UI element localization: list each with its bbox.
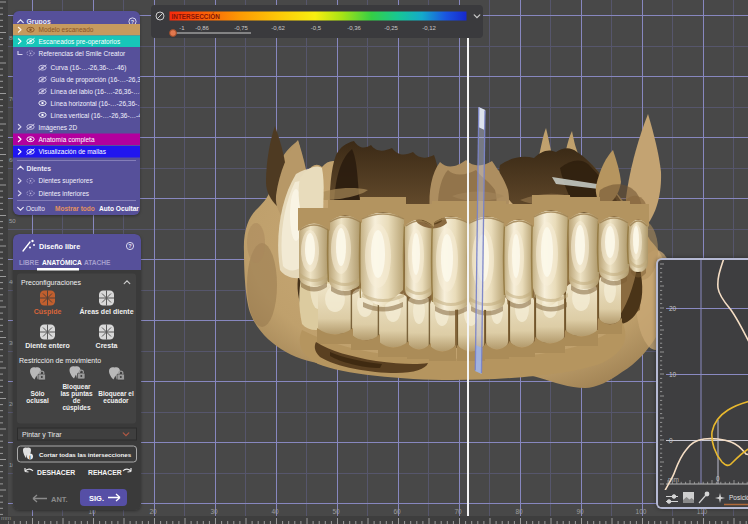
svg-text:-0,25: -0,25 xyxy=(384,25,398,31)
svg-text:Cresta: Cresta xyxy=(96,342,118,349)
svg-text:Escaneados pre-operatorios: Escaneados pre-operatorios xyxy=(39,38,121,46)
svg-text:Preconfiguraciones: Preconfiguraciones xyxy=(21,279,81,287)
svg-text:ANT.: ANT. xyxy=(51,495,68,504)
svg-text:Restricción de movimiento: Restricción de movimiento xyxy=(19,357,101,364)
svg-text:20: 20 xyxy=(669,305,677,312)
svg-text:-0,12: -0,12 xyxy=(422,25,436,31)
svg-text:70: 70 xyxy=(454,508,462,515)
svg-text:ATACHE: ATACHE xyxy=(84,259,111,266)
svg-text:30: 30 xyxy=(210,508,218,515)
svg-text:Auto Ocultar: Auto Ocultar xyxy=(99,205,139,212)
svg-text:Línea del labio (16-…-26,36-…-: Línea del labio (16-…-26,36-…-… xyxy=(51,88,141,96)
svg-text:Pintar y Tirar: Pintar y Tirar xyxy=(22,431,62,439)
svg-text:?: ? xyxy=(131,19,135,25)
svg-text:60: 60 xyxy=(393,508,401,515)
svg-text:-0,75: -0,75 xyxy=(234,25,248,31)
svg-text:110: 110 xyxy=(697,508,708,515)
svg-text:Curva (16-…-26,36-…-46): Curva (16-…-26,36-…-46) xyxy=(51,64,127,72)
svg-text:Áreas del diente: Áreas del diente xyxy=(79,307,133,315)
svg-text:ecuador: ecuador xyxy=(103,397,129,404)
svg-text:Línea vertical (16-…-26,36-…-4: Línea vertical (16-…-26,36-…-4… xyxy=(51,112,141,120)
svg-text:90: 90 xyxy=(576,508,584,515)
svg-text:Dientes superiores: Dientes superiores xyxy=(39,177,94,185)
svg-text:DESHACER: DESHACER xyxy=(37,469,75,476)
svg-text:mm: mm xyxy=(1,515,11,521)
svg-text:Cortar todas las interseccione: Cortar todas las intersecciones xyxy=(39,451,132,458)
svg-text:Sólo: Sólo xyxy=(30,390,44,397)
svg-text:Cúspide: Cúspide xyxy=(34,308,62,316)
svg-text:100: 100 xyxy=(636,508,647,515)
svg-text:Guía de proporción (16-…-26,3…: Guía de proporción (16-…-26,3… xyxy=(51,76,141,84)
svg-text:-0,5: -0,5 xyxy=(311,25,322,31)
svg-text:-0,62: -0,62 xyxy=(271,25,285,31)
svg-text:Imágenes 2D: Imágenes 2D xyxy=(39,124,78,132)
svg-text:Dientes inferiores: Dientes inferiores xyxy=(39,190,90,197)
svg-text:20: 20 xyxy=(149,508,157,515)
svg-text:Posición d: Posición d xyxy=(729,494,748,501)
svg-text:0: 0 xyxy=(669,437,673,444)
svg-text:-1: -1 xyxy=(179,25,185,31)
svg-text:Modelo escaneado: Modelo escaneado xyxy=(39,26,94,33)
svg-text:REHACER: REHACER xyxy=(88,469,122,476)
svg-text:50: 50 xyxy=(9,218,16,224)
svg-text:Línea horizontal (16-…-26,36-…: Línea horizontal (16-…-26,36-… xyxy=(51,100,141,108)
svg-text:Referencias del Smile Creator: Referencias del Smile Creator xyxy=(39,50,127,57)
svg-text:SIG.: SIG. xyxy=(89,494,104,503)
svg-text:cúspides: cúspides xyxy=(62,404,91,412)
svg-text:Dientes: Dientes xyxy=(27,165,52,172)
svg-text:Diente entero: Diente entero xyxy=(25,342,70,349)
svg-text:Diseño libre: Diseño libre xyxy=(39,242,80,251)
svg-text:Oculto: Oculto xyxy=(26,205,45,212)
svg-text:Anatomía completa: Anatomía completa xyxy=(39,136,95,144)
svg-text:-0,36: -0,36 xyxy=(347,25,361,31)
svg-text:10: 10 xyxy=(669,371,677,378)
svg-text:INTERSECCIÓN: INTERSECCIÓN xyxy=(172,12,221,20)
svg-text:ANATÓMICA: ANATÓMICA xyxy=(42,258,82,266)
svg-text:de: de xyxy=(73,397,81,404)
svg-text:80: 80 xyxy=(515,508,523,515)
svg-text:50: 50 xyxy=(332,508,340,515)
svg-text:0: 0 xyxy=(716,475,720,482)
svg-text:LIBRE: LIBRE xyxy=(19,259,39,266)
svg-text:-0,86: -0,86 xyxy=(195,25,209,31)
svg-text:oclusal: oclusal xyxy=(26,397,49,404)
svg-text:40: 40 xyxy=(271,508,279,515)
svg-text:Visualización de mallas: Visualización de mallas xyxy=(39,148,107,155)
svg-text:Mostrar todo: Mostrar todo xyxy=(55,205,95,212)
